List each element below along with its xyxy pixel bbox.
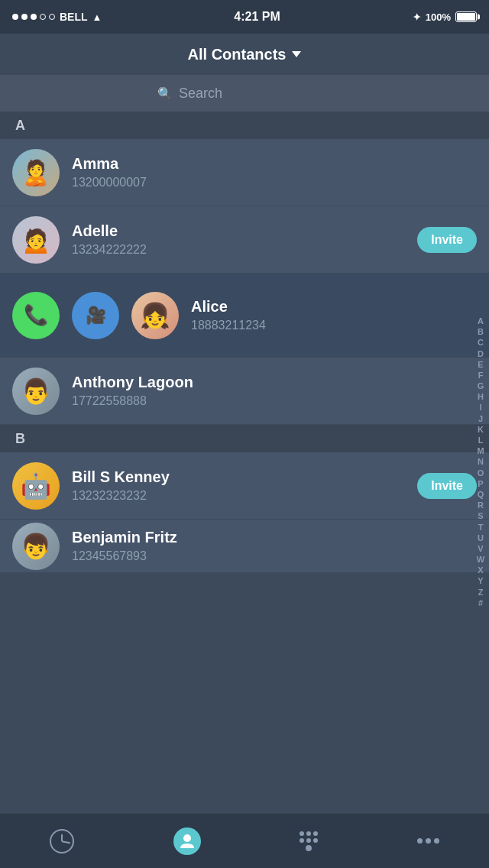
svg-point-0 (183, 834, 191, 842)
contacts-icon (173, 828, 201, 855)
grid-dot (306, 845, 312, 851)
alpha-g[interactable]: G (478, 381, 484, 391)
alpha-r[interactable]: R (478, 500, 484, 510)
chevron-down-icon (292, 51, 301, 57)
page-title: All Contancts (188, 46, 287, 63)
dot-2 (21, 14, 28, 20)
avatar: 🙍 (12, 216, 60, 264)
alpha-s[interactable]: S (478, 511, 483, 521)
contact-info: Adelle 13234222222 (72, 222, 405, 257)
alpha-d[interactable]: D (478, 349, 484, 359)
grid-row-1 (300, 831, 318, 836)
avatar-emoji: 👦 (21, 523, 51, 570)
grid-row-3 (306, 845, 312, 851)
person-svg (179, 833, 196, 850)
contact-name: Benjamin Fritz (72, 529, 477, 546)
invite-button[interactable]: Invite (417, 473, 477, 499)
alpha-i[interactable]: I (479, 403, 481, 413)
contact-info: Benjamin Fritz 12345567893 (72, 529, 477, 563)
alpha-a[interactable]: A (478, 316, 484, 326)
grid-dot (306, 831, 311, 836)
status-right: ✦ 100% (413, 11, 477, 23)
tab-apps[interactable] (300, 831, 318, 851)
clock-icon (50, 829, 74, 853)
contact-phone: 13200000007 (72, 176, 477, 189)
grid-dot (300, 838, 304, 843)
alpha-b[interactable]: B (478, 327, 484, 337)
list-item[interactable]: 🤖 Bill S Kenney 13232323232 Invite (0, 452, 489, 520)
alpha-e[interactable]: E (478, 360, 483, 370)
alpha-p[interactable]: P (478, 479, 483, 489)
contact-phone: 13234222222 (72, 243, 405, 257)
search-input[interactable] (179, 86, 332, 102)
alpha-n[interactable]: N (478, 457, 484, 467)
search-icon: 🔍 (157, 86, 173, 101)
contacts-list: A 🙎 Amma 13200000007 🙍 Adelle 1323422222… (0, 112, 489, 813)
section-header-a: A (0, 112, 489, 139)
alpha-j[interactable]: J (478, 414, 483, 424)
status-left: BELL ▲ (12, 11, 102, 23)
list-item[interactable]: 👦 Benjamin Fritz 12345567893 (0, 520, 489, 573)
contact-name: Alice (191, 298, 477, 316)
tab-history[interactable] (50, 829, 74, 853)
contact-info: Alice 18883211234 (191, 298, 477, 332)
contact-name: Anthony Lagoon (72, 374, 477, 391)
alpha-c[interactable]: C (478, 338, 484, 348)
contact-info: Bill S Kenney 13232323232 (72, 468, 405, 503)
call-button[interactable]: 📞 (12, 292, 60, 339)
alpha-z[interactable]: Z (478, 588, 484, 598)
alpha-index[interactable]: A B C D E F G H I J K L M N O P Q R S T … (472, 112, 489, 813)
apps-icon (300, 831, 318, 851)
search-bar[interactable]: 🔍 (0, 75, 489, 112)
battery-fill (457, 13, 475, 21)
contact-info: Anthony Lagoon 17722558888 (72, 374, 477, 408)
alpha-h[interactable]: H (478, 392, 484, 402)
avatar-emoji: 🙎 (21, 149, 51, 196)
dot-3 (31, 14, 37, 20)
more-dot (434, 838, 439, 844)
carrier-label: BELL (60, 11, 88, 23)
alpha-u[interactable]: U (478, 533, 484, 543)
alpha-v[interactable]: V (478, 544, 483, 554)
alpha-x[interactable]: X (478, 565, 483, 575)
avatar-emoji: 👧 (140, 292, 170, 339)
contact-phone: 18883211234 (191, 319, 477, 332)
list-item-expanded[interactable]: 📞 🎥 👧 Alice 18883211234 (0, 274, 489, 358)
contact-phone: 17722558888 (72, 394, 477, 408)
phone-icon: 📞 (24, 303, 48, 327)
tab-more[interactable] (417, 838, 439, 844)
video-button[interactable]: 🎥 (72, 292, 119, 339)
list-item[interactable]: 🙎 Amma 13200000007 (0, 139, 489, 206)
dot-4 (40, 14, 46, 20)
clock-hand-minute (62, 840, 70, 843)
avatar: 👨 (12, 368, 60, 415)
grid-dot (313, 831, 318, 836)
contact-name: Amma (72, 155, 477, 173)
avatar-emoji: 👨 (21, 368, 51, 415)
alpha-f[interactable]: F (478, 371, 484, 381)
section-header-b: B (0, 425, 489, 452)
contact-name: Bill S Kenney (72, 468, 405, 486)
tab-contacts[interactable] (173, 828, 201, 855)
avatar: 🤖 (12, 462, 60, 510)
list-item[interactable]: 🙍 Adelle 13234222222 Invite (0, 206, 489, 274)
alpha-o[interactable]: O (478, 468, 484, 478)
alpha-w[interactable]: W (477, 555, 484, 565)
invite-button[interactable]: Invite (417, 227, 477, 253)
avatar-emoji: 🤖 (21, 462, 51, 510)
battery-icon (455, 11, 477, 22)
battery-percent: 100% (426, 11, 451, 23)
alpha-k[interactable]: K (478, 425, 484, 435)
contact-name: Adelle (72, 222, 405, 240)
more-dot (417, 838, 423, 844)
header[interactable]: All Contancts (0, 34, 489, 75)
dot-1 (12, 14, 18, 20)
alpha-hash[interactable]: # (478, 598, 483, 608)
alpha-m[interactable]: M (477, 446, 484, 456)
alpha-t[interactable]: T (478, 523, 484, 533)
alpha-q[interactable]: Q (478, 490, 484, 500)
list-item[interactable]: 👨 Anthony Lagoon 17722558888 (0, 358, 489, 425)
alpha-y[interactable]: Y (478, 576, 483, 586)
more-icon (417, 838, 439, 844)
alpha-l[interactable]: L (478, 436, 484, 445)
